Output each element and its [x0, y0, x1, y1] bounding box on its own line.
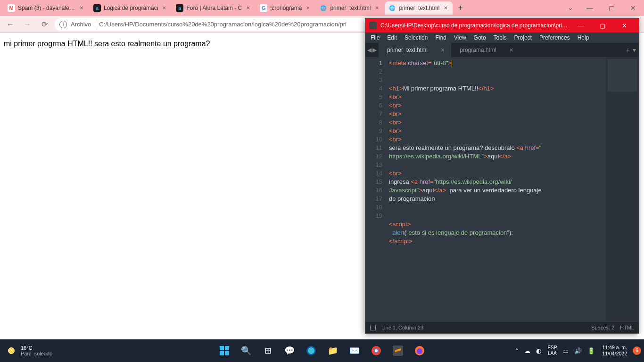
browser-tab[interactable]: MSpam (3) - dayanaleon× — [4, 1, 89, 15]
tab-nav-right-icon[interactable]: ▶ — [372, 47, 377, 53]
minimap[interactable] — [606, 57, 639, 321]
site-info-icon[interactable]: i — [59, 21, 67, 28]
tab-menu-icon[interactable]: ▾ — [633, 46, 636, 54]
close-tab-icon[interactable]: × — [441, 46, 445, 54]
code-line[interactable] — [389, 161, 603, 169]
browser-tab[interactable]: 🌐primer_text.html× — [385, 1, 453, 15]
line-number: 9 — [367, 127, 382, 135]
browser-tab[interactable]: G¦cronograma× — [256, 1, 315, 15]
edge-icon[interactable] — [302, 341, 321, 360]
close-tab-icon[interactable]: × — [245, 5, 251, 11]
code-line[interactable]: <meta charset="utf-8"> — [389, 59, 603, 67]
menu-item-find[interactable]: Find — [432, 33, 449, 42]
menu-item-tools[interactable]: Tools — [490, 33, 510, 42]
code-line[interactable]: Javascript">aqui</a> para ver un verdeda… — [389, 186, 603, 195]
start-button[interactable] — [215, 341, 234, 360]
close-tab-icon[interactable]: × — [373, 5, 380, 11]
code-line[interactable]: ingresa <a href="https://es.wikipedia.or… — [389, 178, 603, 186]
wifi-icon[interactable]: ⚍ — [561, 347, 570, 354]
close-button[interactable]: ✕ — [613, 18, 635, 33]
code-line[interactable]: sera esto realmente un programa? descubr… — [389, 144, 603, 152]
chrome-icon[interactable] — [367, 341, 386, 360]
code-line[interactable]: <br> — [389, 110, 603, 118]
code-line[interactable]: <br> — [389, 101, 603, 110]
close-button[interactable]: ✕ — [622, 0, 644, 16]
favicon: 🌐 — [320, 4, 327, 12]
maximize-button[interactable]: ▢ — [592, 18, 613, 33]
sublime-icon[interactable] — [388, 341, 407, 360]
code-content[interactable]: <meta charset="utf-8"> <h1>Mi primer pro… — [386, 57, 606, 321]
weather-widget[interactable]: 16°C Parc. soleado — [0, 345, 58, 356]
browser-tab[interactable]: 🌐primer_text.html× — [316, 1, 384, 15]
tray-app-icon[interactable]: ◐ — [535, 347, 543, 354]
tray-overflow-icon[interactable]: ˄ — [514, 347, 520, 354]
browser-tab[interactable]: aLógica de programaci× — [90, 1, 171, 15]
new-tab-button[interactable]: + — [454, 1, 467, 15]
code-line[interactable]: <br> — [389, 127, 603, 135]
code-line[interactable]: <br> — [389, 169, 603, 178]
line-number: 8 — [367, 118, 382, 127]
menu-item-edit[interactable]: Edit — [384, 33, 400, 42]
addr-scheme: Archivo — [71, 21, 91, 28]
explorer-icon[interactable]: 📁 — [323, 341, 342, 360]
close-tab-icon[interactable]: × — [305, 5, 311, 11]
menu-item-selection[interactable]: Selection — [401, 33, 431, 42]
forward-button[interactable]: → — [21, 18, 34, 31]
code-line[interactable]: <script> — [389, 220, 603, 229]
close-tab-icon[interactable]: × — [78, 5, 85, 11]
browser-tab[interactable]: aForo | Alura Latam - C× — [172, 1, 255, 15]
menu-item-goto[interactable]: Goto — [471, 33, 489, 42]
editor-tab[interactable]: programa.html× — [451, 43, 520, 57]
code-line[interactable] — [389, 76, 603, 84]
taskview-button[interactable]: ⊞ — [258, 341, 277, 360]
sublime-titlebar[interactable]: C:\Users\HP\Desktop\curso de programacio… — [365, 18, 639, 33]
favicon: a — [176, 4, 183, 12]
mail-icon[interactable]: ✉️ — [345, 341, 364, 360]
minimize-button[interactable]: ― — [570, 18, 592, 33]
onedrive-icon[interactable]: ☁ — [523, 347, 532, 354]
code-line[interactable]: alert("esto si es lenguaje de programaci… — [389, 229, 603, 237]
back-button[interactable]: ← — [4, 18, 17, 31]
tab-nav-arrows: ◀ ▶ — [365, 47, 379, 53]
search-button[interactable]: 🔍 — [237, 341, 256, 360]
firefox-icon[interactable] — [410, 341, 429, 360]
notification-badge[interactable]: 6 — [633, 346, 641, 355]
panel-toggle-icon[interactable] — [370, 325, 376, 330]
code-line[interactable]: <h1>Mi primer programa HTML!!</h1> — [389, 84, 603, 93]
menu-item-view[interactable]: View — [451, 33, 470, 42]
code-line[interactable]: </script> — [389, 237, 603, 246]
code-line[interactable] — [389, 212, 603, 220]
menu-item-help[interactable]: Help — [574, 33, 593, 42]
clock[interactable]: 11:49 a. m. 11/04/2022 — [599, 345, 630, 357]
syntax-setting[interactable]: HTML — [620, 325, 634, 330]
code-line[interactable]: <br> — [389, 93, 603, 101]
close-tab-icon[interactable]: × — [442, 5, 449, 11]
code-line[interactable]: https://es.wikipedia.org/wiki/HTML">aqui… — [389, 152, 603, 161]
close-tab-icon[interactable]: × — [510, 46, 513, 54]
language-indicator[interactable]: ESP LAA — [545, 345, 559, 356]
minimize-button[interactable]: ― — [579, 0, 601, 16]
close-tab-icon[interactable]: × — [161, 5, 167, 11]
code-line[interactable]: <br> — [389, 118, 603, 127]
battery-icon[interactable]: 🔋 — [586, 347, 596, 354]
code-line[interactable]: de programacion — [389, 195, 603, 203]
reload-button[interactable]: ⟳ — [38, 18, 51, 31]
menu-item-project[interactable]: Project — [511, 33, 535, 42]
code-line[interactable] — [389, 67, 603, 76]
volume-icon[interactable]: 🔊 — [573, 347, 583, 354]
tab-label: Lógica de programaci — [104, 5, 158, 11]
tab-nav-left-icon[interactable]: ◀ — [367, 47, 372, 53]
tabs-overflow-icon[interactable]: ⌄ — [568, 4, 573, 11]
cursor-position[interactable]: Line 1, Column 23 — [381, 325, 423, 330]
maximize-button[interactable]: ▢ — [601, 0, 622, 16]
code-line[interactable]: <br> — [389, 135, 603, 144]
menu-item-file[interactable]: File — [367, 33, 383, 42]
line-number: 10 — [367, 135, 382, 144]
indent-setting[interactable]: Spaces: 2 — [591, 325, 614, 330]
new-file-icon[interactable]: + — [626, 46, 630, 54]
menu-item-preferences[interactable]: Preferences — [536, 33, 573, 42]
code-line[interactable] — [389, 203, 603, 212]
svg-point-11 — [417, 348, 422, 354]
chat-icon[interactable]: 💬 — [280, 341, 299, 360]
editor-tab[interactable]: primer_text.html× — [379, 43, 451, 57]
